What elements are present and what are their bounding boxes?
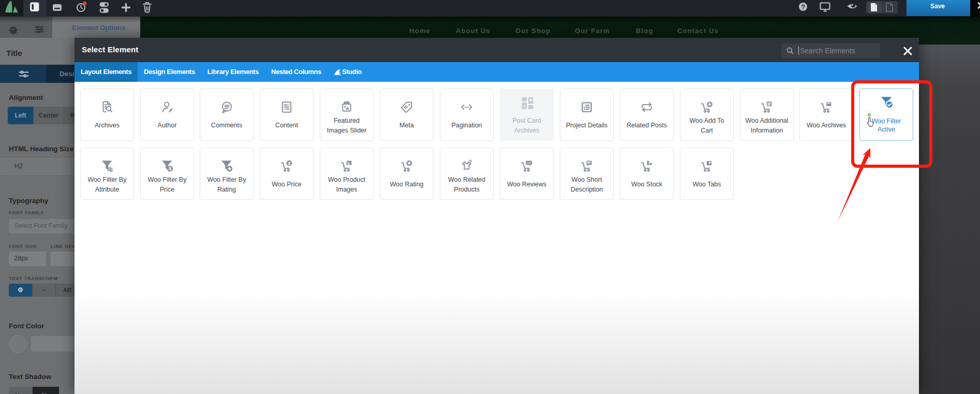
svg-text:$: $ bbox=[169, 166, 172, 171]
svg-text:Save: Save bbox=[930, 3, 945, 10]
svg-text:?: ? bbox=[801, 4, 805, 11]
svg-text:$: $ bbox=[288, 161, 290, 166]
